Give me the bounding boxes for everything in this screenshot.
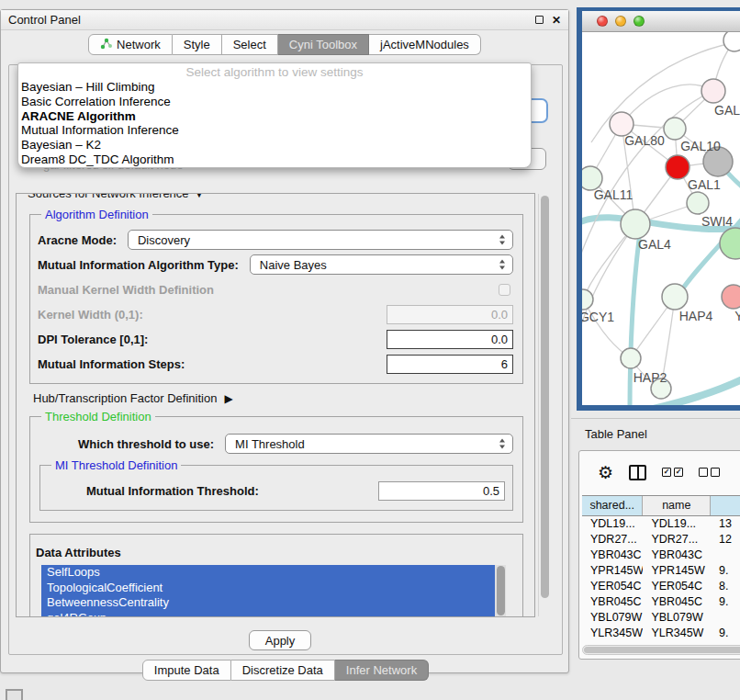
collapsed-panel-chip[interactable] — [6, 689, 23, 700]
table-cell[interactable]: YDL19... — [643, 516, 711, 532]
table-cell[interactable]: YDR27... — [643, 532, 711, 548]
close-panel-icon[interactable]: ✕ — [552, 15, 561, 26]
table-cell[interactable]: 9. — [711, 594, 740, 610]
network-canvas[interactable]: GALGAL80GAL10GAL1GAL11SWI4GAL4GCY1HAP4YH… — [582, 32, 740, 405]
which-threshold-combo[interactable]: MI Threshold — [225, 434, 513, 454]
table-cell[interactable] — [711, 548, 740, 563]
settings-scrollbar-thumb[interactable] — [541, 196, 549, 598]
table-cell[interactable]: 13 — [711, 516, 740, 532]
table-row[interactable]: YPR145WYPR145W9. — [582, 563, 740, 579]
table-cell[interactable]: 8. — [711, 579, 740, 594]
table-cell[interactable]: YBR045C — [582, 594, 643, 610]
table-cell[interactable]: YLR345W — [582, 626, 643, 641]
table-cell[interactable]: YPR145W — [643, 563, 711, 579]
aracne-mode-combo[interactable]: Discovery — [128, 230, 513, 250]
table-row[interactable]: YBR043CYBR043C — [582, 548, 740, 563]
mi-algorithm-type-combo[interactable]: Naive Bayes — [250, 254, 513, 275]
table-cell[interactable]: YBR045C — [643, 594, 711, 610]
table-cell[interactable]: YER054C — [582, 579, 643, 594]
network-node-gal1[interactable] — [666, 155, 690, 179]
table-cell[interactable]: YPR145W — [582, 563, 643, 579]
mi-threshold-field[interactable]: 0.5 — [378, 481, 505, 501]
network-node-gal[interactable] — [701, 79, 725, 103]
table-cell[interactable]: YBR043C — [582, 548, 643, 563]
tab-style[interactable]: Style — [173, 34, 222, 55]
mac-minimize-button[interactable] — [615, 16, 626, 27]
table-cell[interactable]: YBL079W — [643, 610, 711, 626]
apply-button[interactable]: Apply — [249, 630, 311, 650]
table-hscrollbar-thumb[interactable] — [584, 647, 740, 653]
column-header-cut[interactable] — [711, 496, 740, 515]
attribute-item[interactable]: TopologicalCoefficient — [41, 581, 506, 596]
tab-jactivemnodules[interactable]: jActiveMNodules — [369, 34, 481, 55]
gear-icon[interactable]: ⚙ — [598, 464, 613, 481]
tab-select[interactable]: Select — [222, 34, 278, 55]
attributes-scrollbar[interactable] — [495, 565, 506, 617]
table-cell[interactable]: YIL052C — [582, 641, 643, 644]
bottom-tab-impute-data[interactable]: Impute Data — [142, 660, 231, 681]
network-node-gcy1[interactable] — [582, 289, 593, 310]
deselect-all-checks-icon[interactable] — [699, 468, 720, 477]
attribute-item[interactable]: gal4RGexp — [41, 611, 506, 618]
select-all-checks-icon[interactable]: ✓✓ — [662, 468, 683, 477]
settings-scrollbar[interactable] — [538, 194, 550, 616]
network-node-y[interactable] — [722, 285, 740, 309]
float-panel-icon[interactable] — [535, 16, 544, 24]
mi-steps-field[interactable]: 6 — [387, 355, 513, 374]
algorithm-option[interactable]: Dream8 DC_TDC Algorithm — [18, 152, 531, 167]
table-hscrollbar[interactable] — [582, 645, 740, 655]
tab-label: Network — [117, 38, 161, 51]
table-cell[interactable]: YBR043C — [643, 548, 711, 563]
hub-definition-expander[interactable]: Hub/Transcription Factor Definition ▶ — [33, 391, 523, 405]
network-window-titlebar[interactable] — [582, 11, 740, 32]
algorithm-option[interactable]: Bayesian – Hill Climbing — [18, 80, 531, 95]
table-row[interactable]: YBR045CYBR045C9. — [582, 594, 740, 610]
algorithm-option[interactable]: Bayesian – K2 — [18, 138, 531, 152]
desktop: Control Panel ✕ NetworkStyleSelectCyni T… — [0, 0, 740, 700]
tab-network[interactable]: Network — [88, 34, 173, 55]
bottom-tab-discretize-data[interactable]: Discretize Data — [231, 660, 335, 681]
network-node-hap4[interactable] — [662, 284, 688, 310]
mac-close-button[interactable] — [597, 16, 608, 27]
table-cell[interactable]: YDR27... — [582, 532, 643, 548]
table-cell[interactable]: YIL052C — [643, 641, 711, 644]
table-cell[interactable]: YER054C — [643, 579, 711, 594]
column-header-name[interactable]: name — [643, 496, 711, 515]
attribute-item[interactable]: SelfLoops — [41, 565, 506, 581]
table-cell[interactable]: 9 — [711, 641, 740, 644]
node-label-gal4: GAL4 — [638, 237, 671, 252]
network-node-swi4[interactable] — [687, 192, 709, 214]
network-node-gal4[interactable] — [621, 209, 650, 239]
table-row[interactable]: YDR27...YDR27...12 — [582, 532, 740, 548]
table-cell[interactable] — [711, 610, 740, 626]
table-cell[interactable]: 9. — [711, 563, 740, 579]
table-row[interactable]: YBL079WYBL079W — [582, 610, 740, 626]
algorithm-option[interactable]: Mutual Information Inference — [18, 123, 531, 138]
table-row[interactable]: YIL052CYIL052C9 — [582, 641, 740, 644]
bottom-tab-infer-network[interactable]: Infer Network — [335, 660, 429, 681]
mac-zoom-button[interactable] — [633, 16, 645, 27]
dpi-tolerance-field[interactable]: 0.0 — [387, 330, 513, 349]
network-node[interactable] — [720, 228, 740, 259]
tab-cyni-toolbox[interactable]: Cyni Toolbox — [278, 34, 369, 55]
network-node-hap2[interactable] — [621, 348, 641, 368]
algorithm-option[interactable]: Basic Correlation Inference — [18, 95, 531, 109]
table-row[interactable]: YER054CYER054C8. — [582, 579, 740, 594]
table-cell[interactable]: YDL19... — [582, 516, 643, 532]
table-cell[interactable]: YLR345W — [643, 626, 711, 641]
column-header-shared...[interactable]: shared... — [582, 496, 643, 515]
table-cell[interactable]: YBL079W — [582, 610, 643, 626]
attribute-item[interactable]: BetweennessCentrality — [41, 595, 506, 611]
sources-title-row[interactable]: Sources for Network Inference ▼ — [24, 193, 207, 200]
algorithm-option[interactable]: ARACNE Algorithm — [18, 109, 531, 124]
table-row[interactable]: YLR345WYLR345W9. — [582, 626, 740, 641]
table-cell[interactable]: 9. — [711, 626, 740, 641]
table-cell[interactable]: 12 — [711, 532, 740, 548]
table-row[interactable]: YDL19...YDL19...13 — [582, 516, 740, 532]
network-node-gal10[interactable] — [664, 118, 686, 140]
columns-icon[interactable] — [629, 465, 646, 480]
spinner-arrows-icon — [499, 260, 505, 270]
manual-kernel-width-checkbox — [499, 284, 510, 296]
network-node[interactable] — [723, 32, 740, 51]
table-panel-title: Table Panel — [585, 427, 647, 441]
